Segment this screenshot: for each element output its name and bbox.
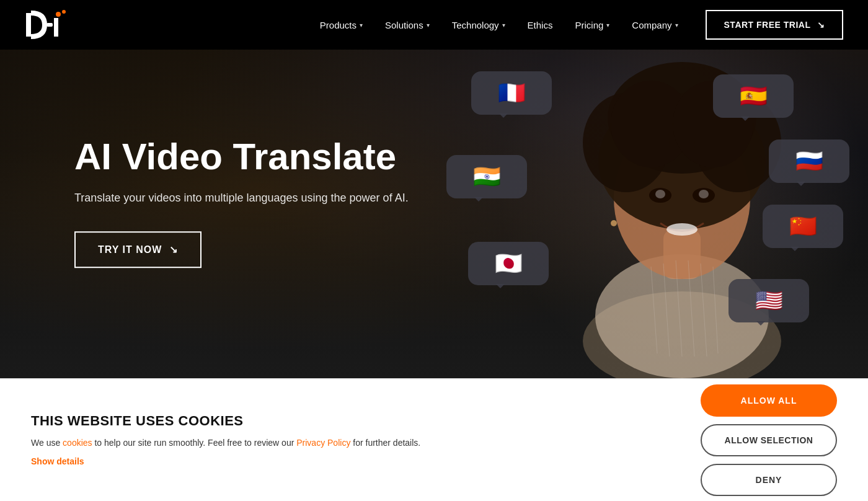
chevron-down-icon: ▾ [427, 22, 430, 29]
show-details-link[interactable]: Show details [31, 456, 84, 466]
svg-point-4 [62, 10, 66, 14]
french-flag-bubble: 🇫🇷 [471, 71, 552, 115]
nav-links: Products ▾ Solutions ▾ Technology ▾ Ethi… [311, 15, 687, 35]
chevron-down-icon: ▾ [360, 22, 363, 29]
japanese-flag-icon: 🇯🇵 [495, 252, 523, 275]
start-free-trial-button[interactable]: START FREE TRIAL ↘ [706, 10, 843, 40]
arrow-icon: ↘ [817, 20, 825, 30]
cookie-description: We use cookies to help our site run smoo… [31, 437, 676, 450]
us-flag-icon: 🇺🇸 [755, 290, 783, 312]
chinese-flag-icon: 🇨🇳 [789, 215, 817, 237]
russian-flag-icon: 🇷🇺 [795, 150, 823, 172]
nav-pricing[interactable]: Pricing ▾ [566, 15, 618, 35]
chevron-down-icon: ▾ [675, 22, 678, 29]
allow-selection-button[interactable]: ALLOW SELECTION [701, 424, 837, 456]
arrow-icon: ↘ [169, 244, 178, 255]
svg-point-3 [56, 12, 61, 17]
us-flag-bubble: 🇺🇸 [728, 279, 809, 322]
chevron-down-icon: ▾ [606, 22, 609, 29]
cookie-title: THIS WEBSITE USES COOKIES [31, 413, 676, 429]
svg-point-18 [699, 190, 709, 198]
spanish-flag-icon: 🇪🇸 [740, 85, 768, 107]
svg-rect-1 [46, 23, 53, 27]
svg-point-26 [611, 220, 617, 226]
hero-subtitle: Translate your videos into multiple lang… [74, 190, 409, 206]
nav-company[interactable]: Company ▾ [623, 15, 686, 35]
svg-point-17 [655, 190, 665, 198]
hero-section: AI Video Translate Translate your videos… [0, 0, 868, 378]
try-it-now-button[interactable]: TRY IT NOW ↘ [74, 231, 202, 268]
svg-rect-2 [54, 18, 58, 37]
hero-content: AI Video Translate Translate your videos… [74, 136, 409, 268]
svg-rect-0 [26, 13, 31, 37]
russian-flag-bubble: 🇷🇺 [769, 140, 849, 183]
cookie-banner: THIS WEBSITE USES COOKIES We use cookies… [0, 378, 868, 501]
chevron-down-icon: ▾ [502, 22, 505, 29]
nav-ethics[interactable]: Ethics [519, 15, 562, 35]
chinese-flag-bubble: 🇨🇳 [763, 205, 843, 248]
cookie-text-area: THIS WEBSITE USES COOKIES We use cookies… [31, 413, 676, 467]
cookie-buttons: ALLOW ALL ALLOW SELECTION DENY [701, 384, 837, 496]
indian-flag-bubble: 🇮🇳 [446, 155, 527, 198]
allow-all-button[interactable]: ALLOW ALL [701, 384, 837, 417]
hero-title: AI Video Translate [74, 136, 409, 177]
indian-flag-icon: 🇮🇳 [473, 166, 501, 188]
spanish-flag-bubble: 🇪🇸 [713, 74, 794, 118]
nav-products[interactable]: Products ▾ [311, 15, 371, 35]
nav-technology[interactable]: Technology ▾ [443, 15, 514, 35]
nav-solutions[interactable]: Solutions ▾ [376, 15, 438, 35]
cookies-link[interactable]: cookies [63, 438, 92, 448]
privacy-policy-link[interactable]: Privacy Policy [296, 438, 350, 448]
navbar: Products ▾ Solutions ▾ Technology ▾ Ethi… [0, 0, 868, 50]
french-flag-icon: 🇫🇷 [498, 82, 526, 104]
deny-button[interactable]: DENY [701, 464, 837, 496]
logo[interactable] [25, 8, 68, 42]
woman-illustration [496, 0, 868, 378]
japanese-flag-bubble: 🇯🇵 [468, 242, 549, 285]
svg-point-19 [666, 223, 698, 236]
